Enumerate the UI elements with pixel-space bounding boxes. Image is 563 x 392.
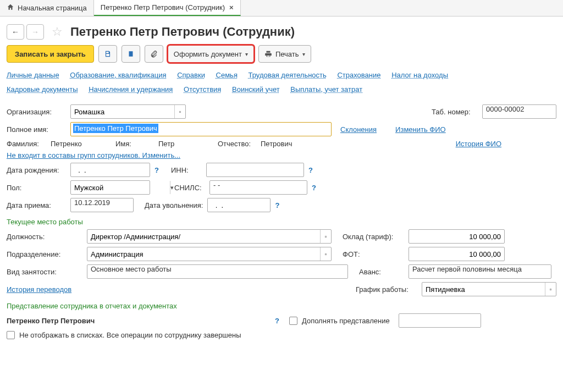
label-fname: Имя:: [115, 140, 154, 148]
link-payments[interactable]: Выплаты, учет затрат: [290, 85, 362, 93]
help-icon[interactable]: ?: [275, 201, 279, 209]
close-icon[interactable]: ×: [229, 3, 234, 12]
fot-field[interactable]: [409, 247, 505, 261]
link-family[interactable]: Семья: [216, 71, 238, 79]
help-icon[interactable]: ?: [312, 184, 316, 192]
link-absences[interactable]: Отсутствия: [184, 85, 221, 93]
snils-field[interactable]: - -: [209, 180, 307, 195]
lname-value: Петренко: [51, 140, 106, 148]
nav-links-row1: Личные данные Образование, квалификация …: [0, 68, 563, 82]
save-close-button[interactable]: Записать и закрыть: [7, 45, 94, 63]
link-tax[interactable]: Налог на доходы: [391, 71, 448, 79]
tab-home-label: Начальная страница: [18, 4, 87, 12]
hiredate-field[interactable]: 10.12.2019: [70, 198, 134, 212]
link-insurance[interactable]: Страхование: [337, 71, 380, 79]
fname-value: Петр: [158, 140, 213, 148]
advance-field[interactable]: Расчет первой половины месяца: [409, 264, 551, 279]
forward-button[interactable]: →: [26, 24, 44, 40]
label-fot: ФОТ:: [343, 250, 404, 258]
supplement-field[interactable]: [399, 313, 481, 328]
chevron-down-icon: ▾: [302, 51, 305, 57]
label-advance: Аванс:: [359, 268, 404, 276]
birthdate-field[interactable]: [70, 163, 150, 177]
link-hr-docs[interactable]: Кадровые документы: [7, 85, 78, 93]
label-emptype: Вид занятости:: [7, 268, 82, 276]
open-icon[interactable]: ▫: [320, 230, 331, 243]
label-inn: ИНН:: [171, 166, 202, 174]
chevron-down-icon[interactable]: ▾: [170, 181, 174, 194]
firedate-field[interactable]: [207, 198, 271, 212]
schedule-field[interactable]: ▫: [422, 282, 556, 296]
link-work[interactable]: Трудовая деятельность: [249, 71, 327, 79]
help-icon[interactable]: ?: [275, 317, 279, 325]
open-icon[interactable]: ▫: [545, 283, 556, 296]
emptype-field[interactable]: Основное место работы: [87, 264, 348, 279]
help-icon[interactable]: ?: [308, 166, 313, 174]
section-representation: Представление сотрудника в отчетах и док…: [7, 302, 556, 310]
label-salary: Оклад (тариф):: [343, 233, 404, 241]
create-document-button[interactable]: Оформить документ▾: [168, 45, 254, 63]
form: Организация: ▫ Таб. номер: 0000-00002 По…: [0, 97, 563, 347]
tab-employee[interactable]: Петренко Петр Петрович (Сотрудник) ×: [94, 0, 241, 16]
salary-field[interactable]: [409, 229, 505, 244]
toolbar: Записать и закрыть Оформить документ▾ Пе…: [0, 45, 563, 68]
gender-field[interactable]: ▾: [70, 180, 150, 195]
tab-home[interactable]: Начальная страница: [0, 0, 94, 16]
org-field[interactable]: ▫: [70, 104, 186, 119]
label-supplement: Дополнять представление: [302, 317, 390, 325]
tab-bar: Начальная страница Петренко Петр Петрови…: [0, 0, 563, 16]
mname-value: Петрович: [261, 140, 327, 148]
label-tabnum: Таб. номер:: [432, 108, 478, 116]
fio-history-link[interactable]: История ФИО: [456, 140, 501, 148]
chevron-down-icon: ▾: [245, 51, 248, 57]
label-fullname: Полное имя:: [7, 125, 66, 134]
section-current-job: Текущее место работы: [7, 218, 556, 226]
link-refs[interactable]: Справки: [177, 71, 205, 79]
label-position: Должность:: [7, 233, 82, 241]
tab-employee-label: Петренко Петр Петрович (Сотрудник): [101, 3, 225, 12]
attach-button[interactable]: [145, 45, 163, 63]
label-hiredate: Дата приема:: [7, 201, 66, 209]
link-accruals[interactable]: Начисления и удержания: [89, 85, 173, 93]
link-education[interactable]: Образование, квалификация: [70, 71, 166, 79]
open-icon[interactable]: ▫: [174, 105, 185, 118]
dept-field[interactable]: ▫: [87, 247, 332, 261]
label-snils: СНИЛС:: [174, 184, 205, 192]
position-field[interactable]: ▫: [87, 229, 332, 244]
label-hide: Не отображать в списках. Все операции по…: [19, 331, 241, 339]
label-schedule: График работы:: [356, 285, 417, 294]
favorite-icon[interactable]: ☆: [52, 25, 63, 39]
inn-field[interactable]: [206, 163, 304, 177]
print-button[interactable]: Печать▾: [258, 45, 311, 63]
home-icon: [7, 3, 14, 13]
label-gender: Пол:: [7, 184, 66, 192]
groups-link[interactable]: Не входит в составы групп сотрудников. И…: [7, 151, 180, 159]
list-button[interactable]: [122, 45, 140, 63]
label-org: Организация:: [7, 108, 66, 116]
save-button[interactable]: [98, 45, 117, 63]
change-fio-link[interactable]: Изменить ФИО: [395, 125, 446, 134]
back-button[interactable]: ←: [7, 24, 24, 40]
header: ← → ☆ Петренко Петр Петрович (Сотрудник): [0, 16, 563, 45]
transfer-history-link[interactable]: История переводов: [7, 285, 71, 294]
print-icon: [264, 50, 272, 58]
label-lname: Фамилия:: [7, 140, 46, 148]
label-birthdate: Дата рождения:: [7, 166, 66, 174]
nav-links-row2: Кадровые документы Начисления и удержани…: [0, 82, 563, 97]
declensions-link[interactable]: Склонения: [340, 125, 377, 134]
page-title: Петренко Петр Петрович (Сотрудник): [70, 25, 295, 39]
label-mname: Отчество:: [218, 140, 256, 148]
tabnum-field[interactable]: 0000-00002: [482, 104, 556, 119]
help-icon[interactable]: ?: [154, 166, 159, 174]
link-military[interactable]: Воинский учет: [232, 85, 280, 93]
representation-name: Петренко Петр Петрович: [7, 317, 271, 325]
hide-checkbox[interactable]: [7, 331, 15, 339]
label-dept: Подразделение:: [7, 250, 82, 258]
supplement-checkbox[interactable]: [289, 317, 297, 325]
link-personal[interactable]: Личные данные: [7, 71, 59, 79]
open-icon[interactable]: ▫: [320, 247, 331, 261]
fullname-field[interactable]: Петренко Петр Петрович: [70, 122, 332, 136]
label-firedate: Дата увольнения:: [145, 201, 203, 209]
